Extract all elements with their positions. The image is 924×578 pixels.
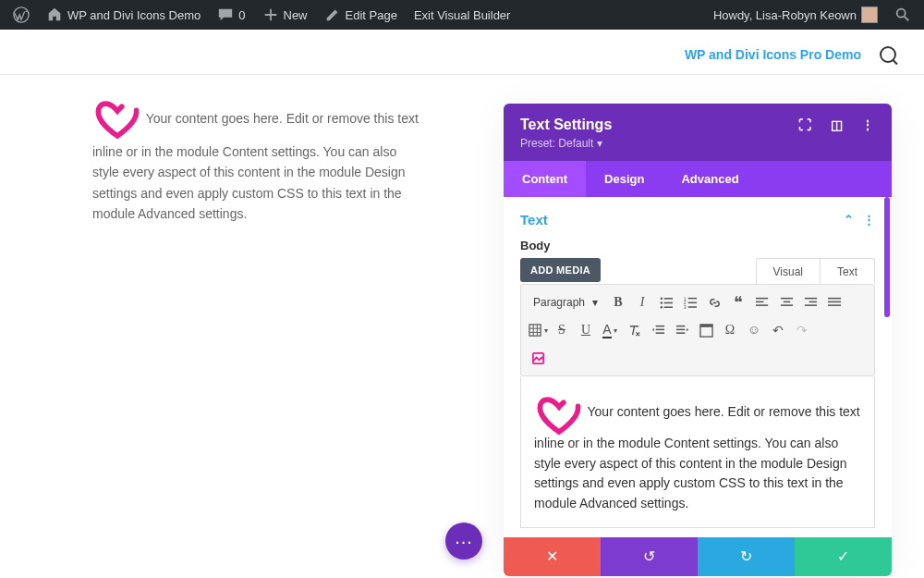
wp-admin-bar: WP and Divi Icons Demo 0 New Edit Page E… (0, 0, 924, 30)
add-media-button[interactable]: ADD MEDIA (520, 258, 601, 282)
svg-rect-23 (828, 297, 841, 299)
site-name[interactable]: WP and Divi Icons Demo (41, 0, 206, 30)
textcolor-icon[interactable]: A▾ (599, 319, 621, 341)
link-icon[interactable] (703, 291, 725, 314)
special-char-icon[interactable]: Ω (719, 319, 741, 341)
panel-tabs: Content Design Advanced (504, 161, 892, 197)
underline-icon[interactable]: U (575, 319, 597, 341)
search-icon[interactable] (889, 0, 917, 30)
divi-icons-button[interactable] (527, 347, 549, 369)
number-list-icon[interactable]: 123 (679, 291, 701, 314)
svg-rect-31 (675, 328, 684, 330)
svg-rect-28 (655, 328, 663, 330)
table-icon[interactable]: ▾ (527, 319, 549, 341)
section-kebab-icon[interactable]: ⋮ (863, 213, 875, 227)
bullet-list-icon[interactable] (655, 291, 677, 314)
redo-button[interactable]: ↻ (698, 537, 795, 576)
svg-rect-15 (756, 301, 763, 302)
tab-content[interactable]: Content (504, 161, 586, 197)
save-button[interactable]: ✓ (795, 537, 892, 576)
body-label: Body (520, 239, 875, 252)
italic-icon[interactable]: I (631, 291, 653, 314)
tab-design[interactable]: Design (586, 161, 663, 197)
tab-advanced[interactable]: Advanced (663, 161, 757, 197)
kebab-icon[interactable]: ⋮ (860, 117, 875, 132)
align-left-icon[interactable] (751, 291, 773, 314)
bold-icon[interactable]: B (607, 291, 629, 314)
editor-tab-text[interactable]: Text (820, 258, 875, 284)
text-settings-panel: Text Settings ⛶ ◫ ⋮ Preset: Default ▾ Co… (504, 104, 892, 576)
svg-point-1 (897, 9, 906, 18)
expand-icon[interactable]: ⛶ (797, 117, 812, 132)
tinymce-toolbar: Paragraph▾ B I 123 ❝ ▾ S U A▾ (520, 284, 875, 376)
preset-selector[interactable]: Preset: Default ▾ (520, 137, 875, 150)
svg-rect-16 (756, 304, 768, 306)
svg-rect-7 (663, 306, 672, 308)
svg-rect-5 (663, 301, 672, 303)
svg-rect-32 (675, 332, 684, 334)
collapse-icon[interactable]: ⌃ (844, 213, 854, 227)
align-justify-icon[interactable] (823, 291, 845, 314)
redo-icon[interactable]: ↷ (791, 319, 813, 341)
svg-rect-27 (655, 325, 663, 326)
page-header: WP and Divi Icons Pro Demo (0, 30, 924, 74)
page-search-icon[interactable] (880, 46, 896, 63)
svg-point-2 (660, 297, 662, 299)
svg-rect-30 (675, 325, 684, 326)
wp-logo[interactable] (7, 0, 35, 30)
header-link[interactable]: WP and Divi Icons Pro Demo (685, 47, 861, 62)
outdent-icon[interactable] (647, 319, 669, 341)
undo-icon[interactable]: ↶ (767, 319, 789, 341)
svg-rect-22 (804, 304, 816, 306)
user-greeting[interactable]: Howdy, Lisa-Robyn Keown (708, 0, 883, 30)
editor-tab-visual[interactable]: Visual (756, 258, 820, 284)
svg-rect-29 (655, 332, 663, 334)
exit-visual-builder[interactable]: Exit Visual Builder (408, 0, 517, 30)
svg-rect-25 (828, 304, 841, 306)
svg-rect-26 (529, 324, 540, 335)
clear-format-icon[interactable] (623, 319, 645, 341)
avatar (861, 6, 878, 23)
undo-button[interactable]: ↺ (601, 537, 698, 576)
svg-rect-21 (808, 301, 816, 302)
svg-rect-9 (687, 297, 696, 299)
align-right-icon[interactable] (799, 291, 821, 314)
strike-icon[interactable]: S (551, 319, 573, 341)
divi-fab[interactable]: ··· (445, 523, 482, 560)
svg-rect-17 (780, 297, 792, 299)
edit-page-link[interactable]: Edit Page (319, 0, 403, 30)
svg-rect-24 (828, 301, 841, 302)
snap-icon[interactable]: ◫ (829, 117, 844, 132)
svg-rect-13 (687, 306, 696, 308)
heart-icon (534, 393, 584, 437)
cancel-button[interactable]: ✕ (504, 537, 601, 576)
new-link[interactable]: New (257, 0, 313, 30)
emoji-icon[interactable]: ☺ (743, 319, 765, 341)
comments-link[interactable]: 0 (212, 0, 250, 30)
editor-content[interactable]: Your content goes here. Edit or remove t… (520, 376, 875, 528)
svg-rect-14 (756, 297, 768, 299)
svg-rect-18 (783, 301, 790, 302)
quote-icon[interactable]: ❝ (727, 291, 749, 314)
svg-rect-11 (687, 301, 696, 303)
svg-rect-20 (804, 297, 816, 299)
heart-icon (92, 97, 142, 141)
indent-icon[interactable] (671, 319, 693, 341)
svg-rect-34 (699, 324, 711, 326)
panel-footer: ✕ ↺ ↻ ✓ (504, 537, 892, 576)
text-module-preview[interactable]: Your content goes here. Edit or remove t… (0, 97, 462, 225)
align-center-icon[interactable] (775, 291, 797, 314)
panel-title: Text Settings (520, 117, 612, 133)
svg-point-6 (660, 305, 662, 307)
svg-point-4 (660, 301, 662, 303)
fullscreen-icon[interactable] (695, 319, 717, 341)
svg-text:3: 3 (684, 305, 687, 310)
section-title[interactable]: Text (520, 212, 548, 228)
svg-rect-3 (663, 298, 672, 300)
panel-header[interactable]: Text Settings ⛶ ◫ ⋮ Preset: Default ▾ (504, 104, 892, 161)
svg-rect-19 (780, 304, 792, 306)
format-select[interactable]: Paragraph▾ (527, 292, 605, 313)
